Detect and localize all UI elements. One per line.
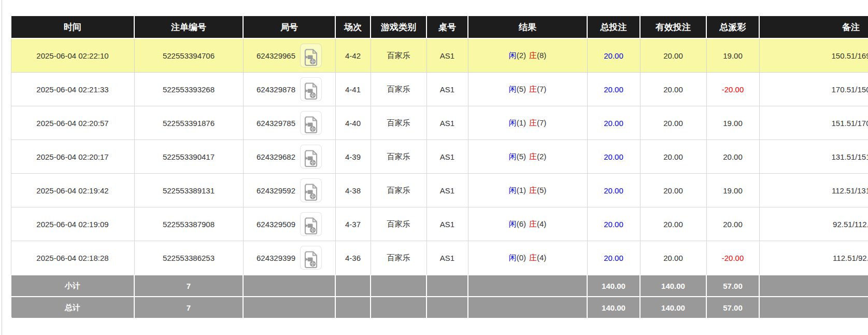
result-banker-score: (8) (537, 51, 546, 60)
video-replay-button[interactable] (300, 246, 322, 270)
footer-cell-table_no (426, 297, 468, 318)
cell-round_id: 624329592 (243, 174, 335, 207)
video-replay-button[interactable] (300, 212, 322, 236)
round-id-text: 624329509 (257, 220, 295, 229)
cell-total_payout: 19.00 (706, 38, 759, 73)
total-bet-link[interactable]: 20.00 (604, 51, 623, 60)
cell-bet_id: 522553391876 (134, 106, 243, 140)
cell-table_no: AS1 (426, 241, 468, 275)
video-file-icon (304, 116, 318, 133)
total-bet-link[interactable]: 20.00 (604, 85, 623, 94)
column-header-valid_bet: 有效投注 (640, 16, 706, 38)
cell-valid_bet: 20.00 (640, 140, 706, 174)
cell-total_payout: -20.00 (706, 241, 759, 275)
video-file-icon (304, 251, 318, 268)
cell-bet_id: 522553387908 (134, 207, 243, 241)
video-replay-button[interactable] (300, 178, 322, 202)
column-header-round_id: 局号 (243, 16, 335, 38)
bet-record-row: 2025-06-04 02:18:28522553386253624329399… (11, 241, 868, 275)
result-player-label: 闲 (509, 51, 517, 60)
cell-round_id: 624329399 (243, 241, 335, 275)
column-header-session: 场次 (335, 16, 371, 38)
cell-time: 2025-06-04 02:20:57 (11, 106, 134, 140)
result-player-score: (6) (517, 219, 526, 228)
total-bet-link[interactable]: 20.00 (604, 254, 623, 262)
result-player-label: 闲 (509, 118, 517, 127)
footer-cell-valid_bet: 140.00 (640, 275, 706, 297)
bet-record-row: 2025-06-04 02:20:57522553391876624329785… (11, 106, 868, 140)
cell-result: 闲(5)庄(2) (468, 140, 587, 174)
column-header-result: 结果 (468, 16, 587, 38)
video-replay-button[interactable] (300, 44, 322, 67)
video-replay-button[interactable] (300, 111, 322, 135)
total-bet-link[interactable]: 20.00 (604, 220, 623, 229)
video-replay-button[interactable] (300, 145, 322, 169)
result-player-score: (2) (517, 51, 526, 60)
cell-total_payout: 20.00 (706, 140, 759, 174)
total-bet-link[interactable]: 20.00 (604, 152, 623, 161)
footer-cell-session (335, 297, 371, 318)
video-replay-button[interactable] (300, 77, 322, 101)
column-header-remark: 备注 (759, 16, 868, 38)
total-bet-link[interactable]: 20.00 (604, 119, 623, 128)
result-banker-score: (7) (537, 118, 546, 127)
footer-label: 小计 (11, 275, 134, 297)
round-id-text: 624329399 (257, 254, 295, 262)
cell-session: 4-40 (335, 106, 371, 140)
cell-valid_bet: 20.00 (640, 73, 706, 106)
cell-round_id: 624329682 (243, 140, 335, 174)
video-file-icon (304, 82, 318, 100)
cell-table_no: AS1 (426, 207, 468, 241)
cell-total_payout: 19.00 (706, 106, 759, 140)
cell-result: 闲(0)庄(4) (468, 241, 587, 275)
cell-session: 4-39 (335, 140, 371, 174)
cell-total_payout: 20.00 (706, 207, 759, 241)
result-banker-label: 庄 (529, 51, 537, 60)
cell-time: 2025-06-04 02:18:28 (11, 241, 134, 275)
cell-round_id: 624329965 (243, 38, 335, 73)
footer-cell-total_payout: 57.00 (706, 275, 759, 297)
cell-time: 2025-06-04 02:20:17 (11, 140, 134, 174)
result-banker-label: 庄 (529, 85, 537, 93)
cell-game_type: 百家乐 (371, 73, 426, 106)
cell-remark: 170.51/150 (759, 73, 868, 106)
result-banker-label: 庄 (529, 152, 537, 161)
result-player-score: (5) (517, 152, 526, 161)
footer-cell-valid_bet: 140.00 (640, 297, 706, 318)
result-player-score: (0) (517, 253, 526, 262)
footer-cell-round_id (243, 297, 335, 318)
cell-remark: 131.51/151 (759, 140, 868, 174)
header-row: 时间注单编号局号场次游戏类别桌号结果总投注有效投注总派彩备注 (11, 16, 868, 38)
cell-total_payout: -20.00 (706, 73, 759, 106)
footer-label: 总计 (11, 297, 134, 318)
column-header-total_bet: 总投注 (587, 16, 640, 38)
footer-cell-result (468, 275, 587, 297)
cell-time: 2025-06-04 02:22:10 (11, 38, 134, 73)
cell-result: 闲(1)庄(7) (468, 106, 587, 140)
cell-time: 2025-06-04 02:21:33 (11, 73, 134, 106)
round-id-text: 624329682 (257, 152, 295, 161)
cell-result: 闲(2)庄(8) (468, 38, 587, 73)
cell-remark: 151.51/170 (759, 106, 868, 140)
page-left-border (2, 0, 2, 335)
round-id-text: 624329592 (257, 186, 295, 195)
cell-game_type: 百家乐 (371, 207, 426, 241)
table-body: 2025-06-04 02:22:10522553394706624329965… (11, 38, 868, 275)
result-banker-label: 庄 (529, 186, 537, 194)
cell-remark: 112.51/131 (759, 174, 868, 207)
result-banker-label: 庄 (529, 219, 537, 228)
result-player-label: 闲 (509, 253, 517, 262)
grand-total-row: 总计7140.00140.0057.00 (11, 297, 868, 318)
column-header-time: 时间 (11, 16, 134, 38)
result-player-label: 闲 (509, 152, 517, 161)
footer-cell-table_no (426, 275, 468, 297)
cell-valid_bet: 20.00 (640, 241, 706, 275)
total-bet-link[interactable]: 20.00 (604, 186, 623, 195)
cell-valid_bet: 20.00 (640, 38, 706, 73)
cell-total_bet: 20.00 (587, 207, 640, 241)
table-header: 时间注单编号局号场次游戏类别桌号结果总投注有效投注总派彩备注 (11, 16, 868, 38)
footer-count: 7 (134, 275, 243, 297)
cell-game_type: 百家乐 (371, 38, 426, 73)
cell-total_bet: 20.00 (587, 241, 640, 275)
cell-total_bet: 20.00 (587, 106, 640, 140)
